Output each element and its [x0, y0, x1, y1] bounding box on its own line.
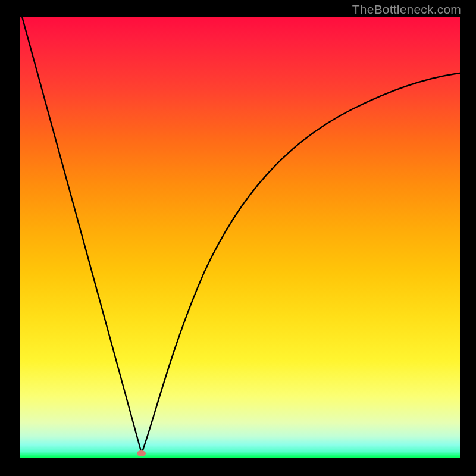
minimum-marker: [137, 450, 146, 456]
watermark-text: TheBottleneck.com: [352, 2, 461, 17]
plot-area: [20, 17, 460, 458]
curve-left-branch: [22, 17, 142, 453]
outer-frame: TheBottleneck.com: [0, 0, 476, 476]
curve-layer: [20, 17, 460, 458]
curve-right-branch: [142, 73, 460, 453]
